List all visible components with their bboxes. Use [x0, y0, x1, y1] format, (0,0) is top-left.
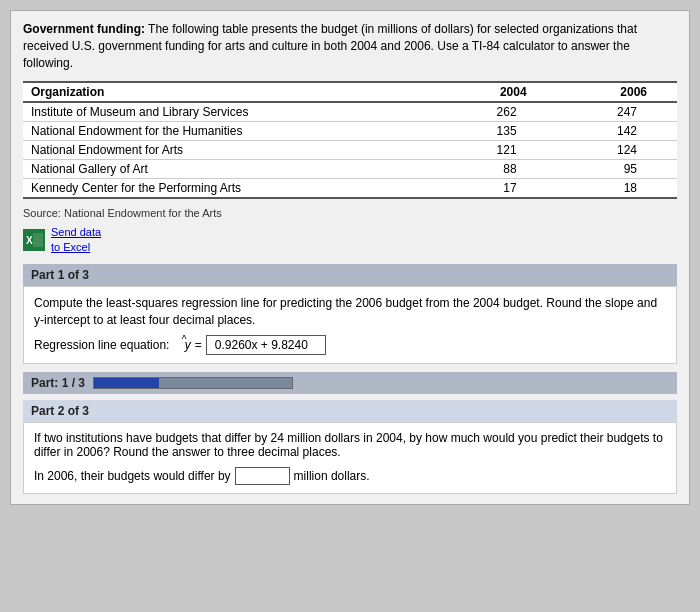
hat-symbol: ^: [182, 334, 187, 345]
value-cell: 17: [436, 179, 556, 199]
value-cell: 247: [557, 102, 677, 122]
answer-row: In 2006, their budgets would differ by m…: [34, 467, 666, 485]
main-container: Government funding: The following table …: [10, 10, 690, 505]
table-row: Kennedy Center for the Performing Arts17…: [23, 179, 677, 199]
data-table: Organization 2004 2006 Institute of Muse…: [23, 81, 677, 199]
regression-value: 0.9260x + 9.8240: [206, 335, 326, 355]
table-row: National Gallery of Art8895: [23, 160, 677, 179]
part2-instruction: If two institutions have budgets that di…: [34, 431, 666, 459]
part1-header: Part 1 of 3: [23, 264, 677, 286]
part1-instruction: Compute the least-squares regression lin…: [34, 295, 666, 329]
table-row: Institute of Museum and Library Services…: [23, 102, 677, 122]
value-cell: 142: [557, 122, 677, 141]
progress-label: Part: 1 / 3: [31, 376, 85, 390]
intro-bold: Government funding:: [23, 22, 145, 36]
excel-icon: X: [23, 229, 45, 251]
table-row: National Endowment for the Humanities135…: [23, 122, 677, 141]
value-cell: 135: [436, 122, 556, 141]
org-name-cell: Kennedy Center for the Performing Arts: [23, 179, 436, 199]
part2-header: Part 2 of 3: [23, 400, 677, 422]
table-row: National Endowment for Arts121124: [23, 141, 677, 160]
answer-input[interactable]: [235, 467, 290, 485]
value-cell: 18: [557, 179, 677, 199]
value-cell: 262: [436, 102, 556, 122]
excel-link[interactable]: Send data to Excel: [51, 225, 101, 254]
excel-row: X Send data to Excel: [23, 225, 677, 254]
org-name-cell: National Gallery of Art: [23, 160, 436, 179]
progress-section: Part: 1 / 3: [23, 372, 677, 394]
equals-sign: =: [195, 338, 202, 352]
hat-y-symbol: ^ y: [181, 338, 191, 352]
answer-prefix: In 2006, their budgets would differ by: [34, 469, 231, 483]
col-2006: 2006: [557, 82, 677, 102]
svg-text:X: X: [26, 235, 33, 246]
value-cell: 88: [436, 160, 556, 179]
part1-body: Compute the least-squares regression lin…: [23, 286, 677, 364]
col-2004: 2004: [436, 82, 556, 102]
regression-label: Regression line equation:: [34, 338, 169, 352]
intro-text: Government funding: The following table …: [23, 21, 677, 71]
regression-row: Regression line equation: ^ y = 0.9260x …: [34, 335, 666, 355]
org-name-cell: National Endowment for Arts: [23, 141, 436, 160]
value-cell: 95: [557, 160, 677, 179]
part2-body: If two institutions have budgets that di…: [23, 422, 677, 494]
value-cell: 121: [436, 141, 556, 160]
org-name-cell: National Endowment for the Humanities: [23, 122, 436, 141]
table-header-row: Organization 2004 2006: [23, 82, 677, 102]
progress-bar-inner: [94, 378, 159, 388]
org-name-cell: Institute of Museum and Library Services: [23, 102, 436, 122]
source-text: Source: National Endowment for the Arts: [23, 207, 677, 219]
answer-suffix: million dollars.: [294, 469, 370, 483]
value-cell: 124: [557, 141, 677, 160]
col-organization: Organization: [23, 82, 436, 102]
svg-rect-2: [33, 233, 43, 247]
progress-bar-outer: [93, 377, 293, 389]
